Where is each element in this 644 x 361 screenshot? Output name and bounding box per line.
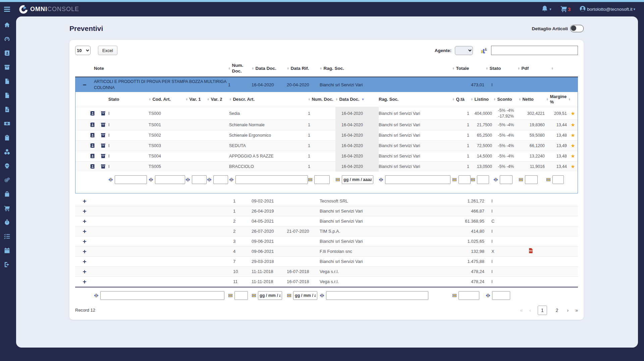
contact-card-icon[interactable]: [87, 122, 98, 128]
sidebar-item-shopping-cart[interactable]: [0, 202, 14, 216]
filter-input-cod-art[interactable]: [155, 175, 185, 184]
sort-arrows-icon[interactable]: ▲▼: [185, 98, 188, 101]
filter-contains-icon[interactable]: [207, 177, 212, 182]
filter-input-data-doc[interactable]: [342, 175, 373, 184]
filter-equals-icon[interactable]: [519, 177, 523, 182]
expand-row-button[interactable]: +: [75, 228, 94, 234]
user-menu[interactable]: bortolotto@tecnosoft.it ▾: [579, 5, 635, 13]
archive-icon[interactable]: [98, 132, 108, 138]
sort-arrows-icon[interactable]: ▲▼: [452, 98, 454, 101]
expanded-quote-row[interactable]: −ARTICOLI E PRODOTTI DI PROVA PER STAMPA…: [75, 77, 578, 92]
advanced-filter-icon[interactable]: &: [481, 47, 488, 54]
agente-select[interactable]: [455, 46, 473, 55]
search-input[interactable]: [491, 46, 578, 55]
filter-contains-icon[interactable]: [287, 293, 291, 298]
sidebar-item-cubes[interactable]: [0, 145, 14, 160]
filter-contains-icon[interactable]: [94, 293, 99, 298]
archive-icon[interactable]: [98, 110, 108, 116]
sort-arrows-icon[interactable]: ▲▼: [486, 67, 488, 70]
filter-input-num-doc[interactable]: [314, 175, 330, 184]
sidebar-item-checklist[interactable]: [0, 230, 14, 244]
filter-input-note[interactable]: [100, 291, 224, 300]
filter-contains-icon[interactable]: [493, 177, 498, 182]
sort-arrows-icon[interactable]: ▲▼: [229, 98, 231, 101]
filter-input-stato[interactable]: [115, 175, 147, 184]
sidebar-item-file[interactable]: [0, 75, 14, 89]
filter-equals-icon[interactable]: [471, 177, 475, 182]
sort-arrows-icon[interactable]: ▲▼: [252, 67, 254, 70]
sort-arrows-icon[interactable]: ▲▼: [287, 67, 289, 70]
expand-row-button[interactable]: +: [75, 198, 94, 204]
expand-row-button[interactable]: +: [75, 248, 94, 255]
sidebar-item-gears[interactable]: [0, 174, 14, 188]
expand-row-button[interactable]: +: [75, 278, 94, 285]
archive-icon[interactable]: [98, 164, 108, 169]
sidebar-item-calendar[interactable]: [0, 244, 14, 258]
sort-arrows-icon[interactable]: ▲▼: [320, 67, 322, 70]
filter-input-netto[interactable]: [525, 175, 538, 184]
filter-contains-icon[interactable]: [108, 177, 113, 182]
filter-input-rag-soc[interactable]: [385, 175, 450, 184]
expand-row-button[interactable]: +: [75, 268, 94, 275]
archive-icon[interactable]: [98, 143, 108, 148]
filter-input-margine[interactable]: [552, 175, 564, 184]
filter-input-sconto[interactable]: [500, 175, 513, 184]
sort-arrows-icon[interactable]: ▲▼: [519, 98, 521, 101]
page-number-2[interactable]: 2: [554, 306, 560, 314]
sort-arrows-icon[interactable]: ▲▼: [207, 98, 209, 101]
prev-page-button[interactable]: ‹: [529, 308, 531, 313]
first-page-button[interactable]: «: [520, 308, 523, 313]
filter-contains-icon[interactable]: [252, 293, 256, 298]
favorite-star-icon[interactable]: ★: [568, 110, 578, 117]
filter-input-data-rif[interactable]: [293, 291, 317, 300]
sidebar-item-gauge[interactable]: [0, 33, 14, 47]
sidebar-item-skull[interactable]: [0, 160, 14, 174]
sort-arrows-icon[interactable]: ▲▼: [546, 98, 548, 101]
filter-input-var1[interactable]: [192, 175, 207, 184]
filter-equals-icon[interactable]: [452, 293, 457, 298]
page-number-1[interactable]: 1: [538, 306, 547, 315]
contact-card-icon[interactable]: [87, 143, 98, 148]
filter-input-totale[interactable]: [459, 291, 479, 300]
sidebar-item-stopwatch[interactable]: [0, 216, 14, 230]
cart-button[interactable]: 3: [560, 5, 571, 14]
filter-input-num-doc[interactable]: [234, 291, 248, 300]
filter-contains-icon[interactable]: [379, 177, 383, 182]
sidebar-item-clipboard[interactable]: [0, 131, 14, 145]
sort-arrows-icon[interactable]: ▲▼: [308, 98, 310, 101]
menu-icon[interactable]: [0, 7, 14, 12]
sidebar-item-sign-out[interactable]: [0, 258, 14, 272]
filter-input-qta[interactable]: [459, 175, 471, 184]
sort-arrows-icon[interactable]: ▲▼: [568, 98, 571, 101]
filter-equals-icon[interactable]: [546, 177, 551, 182]
filter-contains-icon[interactable]: [229, 177, 234, 182]
sidebar-item-file-invoice[interactable]: [0, 103, 14, 117]
sort-arrows-icon[interactable]: ▲▼: [493, 98, 496, 101]
favorite-star-icon[interactable]: ★: [568, 143, 578, 149]
filter-input-rag-soc[interactable]: [326, 291, 428, 300]
sort-arrows-icon[interactable]: ▲▼: [228, 67, 230, 70]
sort-arrows-icon[interactable]: ▲▼: [335, 98, 338, 101]
sort-arrows-icon[interactable]: ▲▼: [551, 67, 553, 70]
expand-row-button[interactable]: +: [75, 208, 94, 214]
filter-input-data-doc[interactable]: [258, 291, 282, 300]
sidebar-item-money-time[interactable]: [0, 117, 14, 131]
notifications-button[interactable]: ▾: [541, 5, 551, 14]
filter-input-listino[interactable]: [477, 175, 489, 184]
excel-export-button[interactable]: Excel: [98, 46, 117, 55]
filter-contains-icon[interactable]: [486, 293, 490, 298]
filter-equals-icon[interactable]: [308, 177, 313, 182]
sort-arrows-icon[interactable]: ▲▼: [471, 98, 473, 101]
last-page-button[interactable]: »: [575, 308, 578, 313]
sidebar-item-address-book[interactable]: [0, 47, 14, 61]
filter-contains-icon[interactable]: [320, 293, 324, 298]
app-logo[interactable]: OMNICONSOLE: [19, 5, 79, 14]
contact-card-icon[interactable]: [87, 164, 98, 169]
archive-icon[interactable]: [98, 153, 108, 159]
sidebar-item-home[interactable]: [0, 18, 14, 33]
sidebar-item-file[interactable]: [0, 89, 14, 103]
sort-arrows-icon[interactable]: ▲▼: [518, 67, 520, 70]
sidebar-item-archive-box[interactable]: [0, 61, 14, 75]
sidebar-item-shopping-bag[interactable]: [0, 188, 14, 202]
filter-equals-icon[interactable]: [452, 177, 457, 182]
